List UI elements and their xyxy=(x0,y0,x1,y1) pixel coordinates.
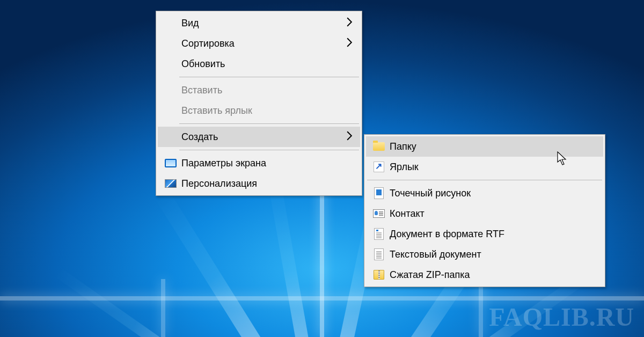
new-submenu: Папку Ярлык Точечный рисунок Контакт Док… xyxy=(364,134,605,287)
menu-separator xyxy=(179,150,359,150)
contact-icon xyxy=(371,207,386,220)
wallpaper-beam xyxy=(320,182,324,337)
menu-item-paste: Вставить xyxy=(158,80,360,100)
text-icon xyxy=(371,248,386,261)
menu-item-label: Текстовый документ xyxy=(390,249,596,260)
bitmap-icon xyxy=(371,187,386,200)
menu-item-label: Параметры экрана xyxy=(181,158,353,169)
submenu-item-shortcut[interactable]: Ярлык xyxy=(366,157,603,177)
display-icon xyxy=(163,157,178,170)
menu-item-label: Вставить xyxy=(181,85,353,96)
menu-item-personalize[interactable]: Персонализация xyxy=(158,173,360,194)
menu-item-paste-shortcut: Вставить ярлык xyxy=(158,100,360,121)
menu-separator xyxy=(179,123,359,124)
icon-none xyxy=(163,17,178,30)
shortcut-icon xyxy=(371,160,386,173)
menu-separator xyxy=(367,180,602,180)
submenu-item-txt[interactable]: Текстовый документ xyxy=(366,244,603,265)
menu-item-label: Обновить xyxy=(181,58,353,70)
menu-item-label: Документ в формате RTF xyxy=(390,229,596,240)
submenu-item-folder[interactable]: Папку xyxy=(366,136,603,157)
menu-item-label: Создать xyxy=(181,131,345,143)
wallpaper-beam xyxy=(479,279,483,337)
menu-item-label: Вид xyxy=(181,18,345,29)
menu-item-label: Вставить ярлык xyxy=(181,105,353,116)
chevron-right-icon xyxy=(345,131,353,143)
submenu-item-rtf[interactable]: Документ в формате RTF xyxy=(366,224,603,244)
submenu-item-contact[interactable]: Контакт xyxy=(366,203,603,224)
watermark-text: FAQLIB.RU xyxy=(489,302,634,332)
menu-item-label: Точечный рисунок xyxy=(390,188,596,199)
menu-item-label: Сортировка xyxy=(181,38,345,49)
icon-none xyxy=(163,84,178,97)
icon-none xyxy=(163,104,178,117)
personalize-icon xyxy=(163,177,178,190)
menu-item-label: Персонализация xyxy=(181,178,353,189)
wallpaper-beam xyxy=(161,279,165,337)
desktop-wallpaper[interactable]: Вид Сортировка Обновить Вставить Вставит… xyxy=(0,0,644,337)
icon-none xyxy=(163,37,178,50)
menu-item-label: Контакт xyxy=(390,208,596,219)
zip-icon xyxy=(371,268,386,281)
menu-item-sort[interactable]: Сортировка xyxy=(158,33,360,54)
chevron-right-icon xyxy=(345,38,353,50)
desktop-context-menu: Вид Сортировка Обновить Вставить Вставит… xyxy=(156,11,362,196)
submenu-item-zip[interactable]: Сжатая ZIP-папка xyxy=(366,265,603,285)
menu-item-refresh[interactable]: Обновить xyxy=(158,54,360,74)
menu-item-label: Папку xyxy=(390,141,596,152)
icon-none xyxy=(163,57,178,70)
menu-item-label: Ярлык xyxy=(390,162,596,173)
rtf-icon xyxy=(371,228,386,240)
menu-item-label: Сжатая ZIP-папка xyxy=(390,269,596,281)
chevron-right-icon xyxy=(345,17,353,30)
submenu-item-bitmap[interactable]: Точечный рисунок xyxy=(366,183,603,203)
menu-item-new[interactable]: Создать xyxy=(158,127,360,147)
folder-icon xyxy=(371,140,386,153)
menu-item-display-settings[interactable]: Параметры экрана xyxy=(158,153,360,173)
menu-separator xyxy=(179,77,359,77)
menu-item-view[interactable]: Вид xyxy=(158,13,360,33)
icon-none xyxy=(163,130,178,143)
